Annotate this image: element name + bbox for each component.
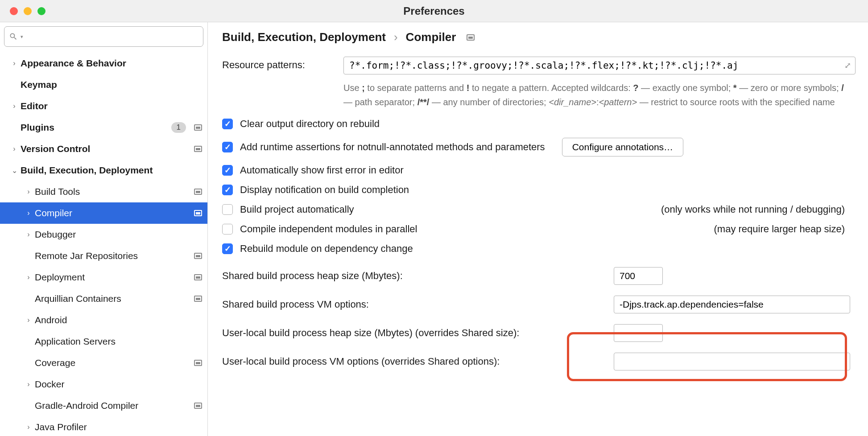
chevron-icon: › <box>8 102 21 110</box>
sidebar-item-debugger[interactable]: ›Debugger <box>0 224 207 245</box>
project-scope-icon <box>194 189 202 195</box>
resource-patterns-input[interactable] <box>343 57 856 74</box>
rebuild-dep-row: Rebuild module on dependency change <box>222 243 854 255</box>
chevron-icon: › <box>22 423 35 431</box>
sidebar-item-build-tools[interactable]: ›Build Tools <box>0 181 207 202</box>
runtime-assertions-row: Add runtime assertions for notnull-annot… <box>222 138 854 156</box>
content-area: ▾ ›Appearance & BehaviorKeymap›EditorPlu… <box>0 22 868 436</box>
shared-heap-label: Shared build process heap size (Mbytes): <box>222 270 614 282</box>
chevron-icon: › <box>22 209 35 217</box>
chevron-icon: › <box>22 188 35 196</box>
sidebar-item-label: Debugger <box>35 229 202 240</box>
sidebar-item-label: Compiler <box>35 208 190 218</box>
search-input[interactable]: ▾ <box>4 26 203 47</box>
configure-annotations-button[interactable]: Configure annotations… <box>562 138 683 156</box>
project-scope-icon <box>194 274 202 280</box>
notify-label: Display notification on build completion <box>240 184 409 196</box>
runtime-assertions-checkbox[interactable] <box>222 142 233 152</box>
sidebar-item-keymap[interactable]: Keymap <box>0 74 207 95</box>
sidebar-item-android[interactable]: ›Android <box>0 309 207 331</box>
sidebar-item-label: Remote Jar Repositories <box>35 251 190 261</box>
clear-output-label: Clear output directory on rebuild <box>240 118 380 130</box>
resource-patterns-hint: Use ; to separate patterns and ! to nega… <box>222 81 854 109</box>
sidebar-item-label: Build Tools <box>35 186 190 197</box>
breadcrumb: Build, Execution, Deployment › Compiler <box>222 30 854 44</box>
auto-error-label: Automatically show first error in editor <box>240 165 404 176</box>
rebuild-dep-label: Rebuild module on dependency change <box>240 243 413 255</box>
chevron-icon: › <box>22 380 35 388</box>
sidebar-item-docker[interactable]: ›Docker <box>0 374 207 395</box>
window-title: Preferences <box>403 5 464 17</box>
sidebar-item-build-execution-deployment[interactable]: ⌄Build, Execution, Deployment <box>0 160 207 181</box>
main-panel: Build, Execution, Deployment › Compiler … <box>208 22 868 436</box>
rebuild-dep-checkbox[interactable] <box>222 243 233 254</box>
sidebar-item-plugins[interactable]: Plugins1 <box>0 117 207 138</box>
notify-checkbox[interactable] <box>222 185 233 195</box>
shared-heap-input[interactable] <box>614 267 663 285</box>
shared-vm-input[interactable] <box>614 296 850 313</box>
sidebar-item-label: Editor <box>21 101 202 111</box>
chevron-icon: › <box>8 145 21 153</box>
sidebar-item-label: Deployment <box>35 272 190 283</box>
search-wrap: ▾ <box>0 22 207 51</box>
sidebar-item-label: Plugins <box>21 122 171 133</box>
shared-heap-row: Shared build process heap size (Mbytes): <box>222 267 854 285</box>
chevron-down-icon: ▾ <box>21 34 23 40</box>
clear-output-checkbox[interactable] <box>222 119 233 129</box>
auto-build-checkbox[interactable] <box>222 204 233 215</box>
titlebar: Preferences <box>0 0 868 22</box>
auto-build-note: (only works while not running / debuggin… <box>661 204 854 215</box>
sidebar-item-label: Coverage <box>35 358 190 368</box>
sidebar-item-editor[interactable]: ›Editor <box>0 95 207 117</box>
settings-tree[interactable]: ›Appearance & BehaviorKeymap›EditorPlugi… <box>0 51 207 436</box>
sidebar-item-gradle-android-compiler[interactable]: Gradle-Android Compiler <box>0 395 207 416</box>
close-icon[interactable] <box>10 7 18 15</box>
maximize-icon[interactable] <box>37 7 45 15</box>
project-scope-icon <box>194 124 202 131</box>
project-scope-icon <box>467 34 475 41</box>
minimize-icon[interactable] <box>24 7 32 15</box>
chevron-icon: › <box>22 273 35 281</box>
project-scope-icon <box>194 210 202 216</box>
chevron-icon: › <box>22 316 35 324</box>
resource-patterns-label: Resource patterns: <box>222 57 343 71</box>
project-scope-icon <box>194 253 202 259</box>
window-controls <box>0 7 45 15</box>
sidebar-item-label: Gradle-Android Compiler <box>35 400 190 411</box>
user-vm-input[interactable] <box>614 353 850 370</box>
parallel-note: (may require larger heap size) <box>714 223 854 235</box>
user-heap-input[interactable] <box>614 324 663 342</box>
breadcrumb-parent[interactable]: Build, Execution, Deployment <box>222 30 386 44</box>
sidebar-item-arquillian-containers[interactable]: Arquillian Containers <box>0 288 207 309</box>
expand-icon[interactable]: ⤢ <box>844 61 851 70</box>
sidebar-item-compiler[interactable]: ›Compiler <box>0 202 207 224</box>
count-badge: 1 <box>171 122 186 133</box>
parallel-checkbox[interactable] <box>222 224 233 234</box>
user-vm-label: User-local build process VM options (ove… <box>222 356 614 367</box>
search-icon <box>9 32 18 41</box>
chevron-right-icon: › <box>394 30 398 44</box>
parallel-row: Compile independent modules in parallel … <box>222 223 854 235</box>
auto-error-row: Automatically show first error in editor <box>222 165 854 176</box>
project-scope-icon <box>194 360 202 366</box>
sidebar-item-label: Appearance & Behavior <box>21 58 202 69</box>
auto-error-checkbox[interactable] <box>222 165 233 176</box>
notify-row: Display notification on build completion <box>222 184 854 196</box>
project-scope-icon <box>194 146 202 152</box>
sidebar-item-java-profiler[interactable]: ›Java Profiler <box>0 416 207 436</box>
sidebar-item-label: Java Profiler <box>35 422 202 432</box>
chevron-icon: › <box>8 59 21 67</box>
sidebar-item-label: Keymap <box>21 79 202 90</box>
sidebar-item-appearance-behavior[interactable]: ›Appearance & Behavior <box>0 53 207 74</box>
sidebar-item-application-servers[interactable]: Application Servers <box>0 331 207 352</box>
sidebar-item-label: Application Servers <box>35 336 202 347</box>
sidebar-item-coverage[interactable]: Coverage <box>0 352 207 374</box>
runtime-assertions-label: Add runtime assertions for notnull-annot… <box>240 141 545 153</box>
user-heap-row: User-local build process heap size (Mbyt… <box>222 324 854 342</box>
sidebar: ▾ ›Appearance & BehaviorKeymap›EditorPlu… <box>0 22 208 436</box>
sidebar-item-deployment[interactable]: ›Deployment <box>0 267 207 288</box>
sidebar-item-remote-jar-repositories[interactable]: Remote Jar Repositories <box>0 245 207 267</box>
sidebar-item-version-control[interactable]: ›Version Control <box>0 138 207 160</box>
sidebar-item-label: Docker <box>35 379 202 390</box>
auto-build-label: Build project automatically <box>240 204 354 215</box>
